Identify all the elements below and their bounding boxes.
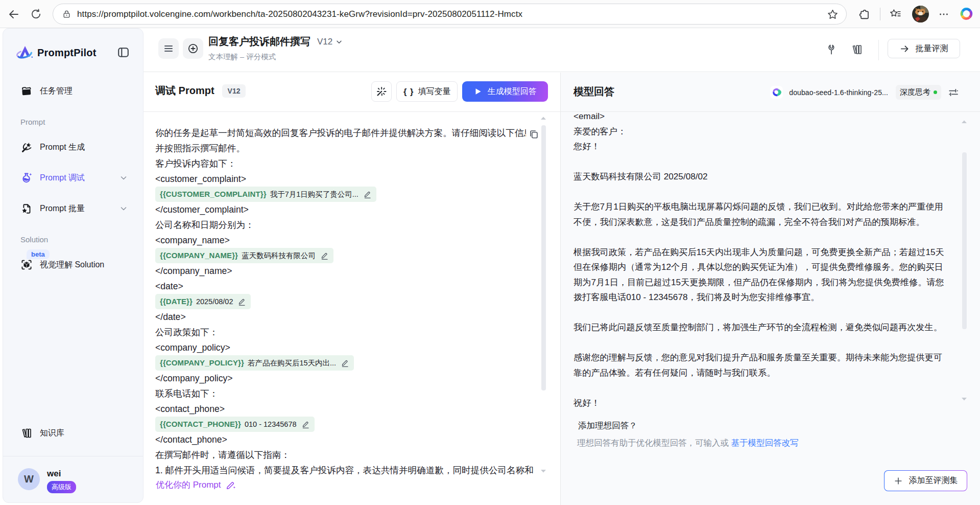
debug-panel: 调试 Prompt V12 { } 填写变量 生成模型回答 你的任务是起草一封简… [144,73,560,505]
ideal-answer-section: 添加理想回答？ 理想回答有助于优化模型回答，可输入或 基于模型回答改写 添加至评… [561,407,980,505]
prompt-variable-line: {{DATE}}2025/08/02 [155,294,559,309]
user-meta: wei 高级版 [47,468,76,493]
folder-icon [20,85,33,98]
task-title-block: 回复客户投诉邮件撰写 V12 文本理解 – 评分模式 [208,35,343,62]
variable-pill[interactable]: {{CONTACT_PHONE}}010 - 12345678 [155,417,315,432]
scroll-up-icon[interactable] [961,120,967,124]
model-panel-title: 模型回答 [573,85,614,99]
version-selector[interactable]: V12 [317,37,332,47]
sidebar-item-knowledge-base[interactable]: 知识库 [11,421,136,445]
prompt-editor[interactable]: 你的任务是起草一封简短高效的回复客户投诉的电子邮件并提供解决方案。请仔细阅读以下… [144,112,560,478]
scroll-up-icon[interactable] [540,116,546,120]
new-task-button[interactable] [183,38,203,59]
reload-button[interactable] [26,0,46,28]
tools-button[interactable] [825,43,838,56]
variable-pill[interactable]: {{DATE}}2025/08/02 [155,294,251,309]
edit-pencil-icon [237,297,246,306]
variable-name: {{CONTACT_PHONE}} [160,417,241,432]
sidebar-item-label: Prompt 生成 [40,142,85,153]
prompt-variable-line: {{CONTACT_PHONE}}010 - 12345678 [155,417,559,432]
answer-line [573,380,977,396]
menu-button[interactable] [158,38,179,59]
prompt-line: </contact_phone> [155,432,559,447]
knowledge-button[interactable] [851,43,863,56]
back-icon [8,8,20,20]
copilot-icon [960,7,973,21]
edit-variable-button[interactable] [320,251,329,260]
prompt-line: <contact_phone> [155,401,559,417]
arrow-right-icon [900,44,910,54]
sidebar-item-task-management[interactable]: 任务管理 [11,79,136,103]
rewrite-from-answer-link[interactable]: 基于模型回答改写 [731,438,799,447]
model-settings-button[interactable] [948,87,959,98]
task-title: 回复客户投诉邮件撰写 [208,35,310,49]
optimize-prompt-link[interactable]: 优化你的 Prompt [156,479,236,491]
lock-icon [62,10,71,18]
add-to-eval-set-label: 添加至评测集 [909,475,958,486]
optimize-prompt-button[interactable] [371,81,392,102]
wrench-icon [825,43,838,56]
model-answer-panel: 模型回答 doubao-seed-1.6-thinking-25... 深度思考 [561,73,980,505]
bookmark-star-icon [826,8,839,21]
toolbar-separator [880,8,880,20]
sidebar-logo-row: PromptPilot [3,39,143,67]
deep-think-label: 深度思考 [900,87,930,97]
user-profile[interactable]: W wei 高级版 [18,468,76,493]
chevron-down-icon [119,204,128,213]
copilot-button[interactable] [956,0,976,28]
profile-avatar-image [912,6,929,22]
browser-menu-button[interactable] [934,0,954,28]
sidebar-item-label: 任务管理 [40,86,73,97]
answer-scrollbar[interactable] [962,152,967,329]
variable-pill[interactable]: {{CUSTOMER_COMPLAINT}}我于7月1日购买了贵公司... [155,187,376,202]
sidebar-collapse-button[interactable] [118,48,129,57]
edit-pencil-icon [320,251,329,260]
variable-pill[interactable]: {{COMPANY_NAME}}蓝天数码科技有限公司 [155,248,333,263]
sidebar-item-prompt-generate[interactable]: Prompt 生成 [11,135,136,159]
extensions-button[interactable] [854,0,874,28]
model-name[interactable]: doubao-seed-1.6-thinking-25... [789,88,888,97]
answer-line [573,335,977,351]
add-to-eval-set-button[interactable]: 添加至评测集 [884,470,967,491]
profile-avatar[interactable] [912,6,929,22]
sidebar-item-label: 知识库 [40,428,64,439]
chevron-down-icon [119,174,128,182]
answer-line: 不便，我们深表歉意，这是我们产品质量控制的疏漏，完全不符合我们对产品的预期标准。 [573,215,977,230]
debug-scrollbar[interactable] [541,125,546,391]
edit-variable-button[interactable] [237,297,246,306]
sidebar-item-prompt-batch[interactable]: Prompt 批量 [11,196,136,221]
answer-line: 亲爱的客户： [573,124,977,140]
fill-variables-button[interactable]: { } 填写变量 [396,81,458,102]
prompt-line: 你的任务是起草一封简短高效的回复客户投诉的电子邮件并提供解决方案。请仔细阅读以下… [155,125,559,141]
deep-think-badge[interactable]: 深度思考 [896,85,941,100]
magic-wand-icon [20,141,33,154]
model-answer-content[interactable]: <email>亲爱的客户：您好！ 蓝天数码科技有限公司 2025/08/02 关… [561,112,980,407]
reload-icon [30,8,42,20]
batch-eval-button[interactable]: 批量评测 [888,39,960,58]
favorites-button[interactable] [885,0,905,28]
edit-variable-button[interactable] [341,359,349,368]
edit-variable-button[interactable] [301,420,310,429]
promptpilot-logo [16,44,34,62]
bookmark-button[interactable] [826,8,839,21]
scroll-down-icon[interactable] [540,469,546,473]
back-button[interactable] [4,0,24,28]
address-bar[interactable]: https://promptpilot.volcengine.com/workb… [53,4,847,25]
generate-answer-button[interactable]: 生成模型回答 [462,81,548,102]
answer-line: <email> [573,112,977,124]
workbench-panels: 调试 Prompt V12 { } 填写变量 生成模型回答 你的任务是起草一封简… [144,73,980,505]
answer-line: 感谢您的理解与反馈，您的意见对我们提升产品和服务质量至关重要。期待未来能为您提供… [573,350,977,365]
sidebar-section-solution: Solution [20,235,48,244]
variable-pill[interactable]: {{COMPANY_POLICY}}若产品在购买后15天内出... [155,355,354,371]
prompt-variable-line: {{COMPANY_POLICY}}若产品在购买后15天内出... [155,355,559,371]
edit-variable-button[interactable] [363,190,372,199]
sidebar-item-vision-solution[interactable]: 视觉理解 Solution [11,252,136,277]
ellipsis-icon [938,9,949,20]
scroll-down-icon[interactable] [961,397,967,401]
sidebar-item-label: Prompt 调试 [40,173,85,183]
hamburger-icon [163,43,174,54]
prompt-line: <company_name> [155,233,559,248]
favorites-star-icon [889,8,902,20]
sidebar-item-prompt-debug[interactable]: Prompt 调试 [11,166,136,190]
prompt-line: <customer_complaint> [155,171,559,187]
